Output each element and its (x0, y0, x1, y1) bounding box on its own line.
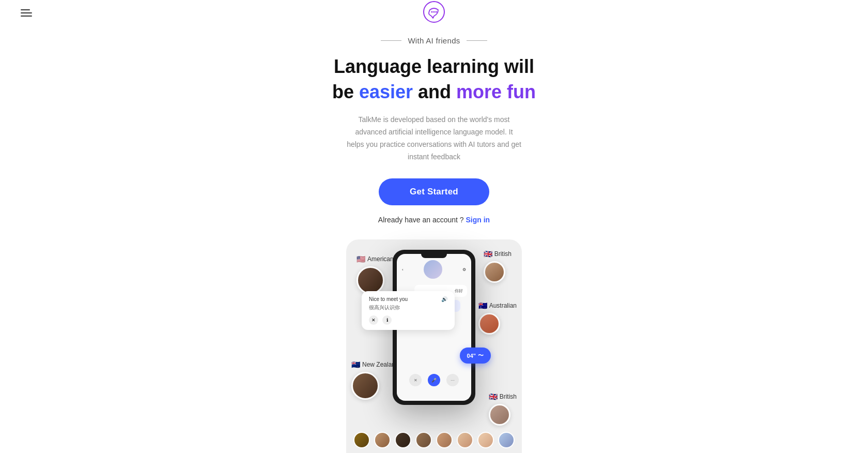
avatar-british-bottom (489, 404, 510, 426)
bottom-avatars-row (353, 432, 515, 448)
ctrl-mic[interactable]: 🎤 (428, 374, 440, 386)
label-american: American (367, 255, 394, 263)
ctrl-cancel[interactable]: ✕ (409, 374, 422, 386)
subtitle-line-right (467, 40, 487, 41)
flag-british-bottom: 🇬🇧 (489, 392, 498, 401)
bottom-avatar-6 (457, 432, 473, 448)
bottom-avatar-3 (395, 432, 411, 448)
badge-newzealand: 🇳🇿 New Zealand (351, 360, 399, 400)
flag-australian: 🇦🇺 (478, 301, 487, 310)
bottom-avatar-4 (415, 432, 432, 448)
phone-notch (421, 254, 447, 258)
label-australian: Australian (489, 302, 517, 309)
audio-icon[interactable]: 🔊 (441, 296, 447, 302)
chat-info-icon[interactable]: ℹ (382, 315, 392, 325)
phone-settings-icon[interactable]: ⚙ (462, 267, 466, 272)
signin-row: Already have an account ? Sign in (378, 216, 490, 224)
flag-newzealand: 🇳🇿 (351, 360, 360, 369)
badge-australian: 🇦🇺 Australian (478, 301, 517, 335)
avatar-british-top (484, 261, 505, 283)
phone-demo-area: 🇺🇸 American 🇬🇧 British 🇦🇺 Australian (346, 239, 522, 453)
phone-screen-avatar (424, 260, 442, 279)
phone-top-bar: ‹ ⚙ (397, 258, 471, 281)
get-started-button[interactable]: Get Started (379, 178, 489, 205)
voice-wave-icon: 〜 (478, 352, 484, 359)
avatar-american (357, 266, 384, 294)
signin-link[interactable]: Sign in (466, 216, 490, 224)
hero-connector: and (413, 81, 456, 102)
phone-bottom-controls: ✕ 🎤 ⋯ (397, 370, 471, 390)
bottom-avatar-8 (498, 432, 515, 448)
avatar-australian (478, 313, 500, 335)
bottom-avatar-5 (436, 432, 453, 448)
badge-british-top: 🇬🇧 British (484, 250, 512, 283)
hero-title-line1: Language learning will (334, 56, 534, 77)
chat-bubble-text: Nice to meet you (369, 296, 408, 302)
bottom-avatar-1 (353, 432, 370, 448)
flag-american: 🇺🇸 (357, 255, 365, 263)
chat-bubble: Nice to meet you 🔊 很高兴认识你 ✕ ℹ (362, 291, 455, 330)
phone-mockup: ‹ ⚙ 你好 很高兴认识你 (393, 250, 475, 405)
hero-title-be: be (332, 81, 359, 102)
bottom-avatar-7 (477, 432, 494, 448)
svg-point-1 (431, 11, 433, 13)
avatar-newzealand (351, 372, 379, 400)
hero-word-easier: easier (359, 81, 413, 102)
bottom-avatar-2 (374, 432, 391, 448)
badge-british-bottom: 🇬🇧 British (489, 392, 517, 426)
header (0, 0, 868, 26)
voice-timer[interactable]: 04" 〜 (460, 348, 491, 364)
subtitle-text: With AI friends (408, 36, 460, 45)
badge-american: 🇺🇸 American (357, 255, 394, 294)
hero-word-morefun: more fun (456, 81, 536, 102)
subtitle-row: With AI friends (381, 36, 487, 45)
hero-description: TalkMe is developed based on the world's… (346, 114, 522, 163)
label-british-top: British (494, 250, 512, 258)
label-british-bottom: British (500, 393, 517, 400)
hero-title: Language learning will be easier and mor… (332, 54, 536, 104)
svg-point-3 (436, 11, 437, 13)
svg-point-2 (433, 11, 435, 13)
signin-prompt: Already have an account ? (378, 216, 464, 224)
page-container: With AI friends Language learning will b… (0, 0, 868, 453)
chat-bubble-cn: 很高兴认识你 (369, 304, 447, 311)
logo[interactable] (423, 1, 445, 25)
phone-back-icon[interactable]: ‹ (402, 267, 404, 272)
ctrl-more[interactable]: ⋯ (446, 374, 459, 386)
hero-section: With AI friends Language learning will b… (322, 26, 546, 239)
flag-british-top: 🇬🇧 (484, 250, 492, 258)
menu-button[interactable] (21, 9, 32, 17)
chat-close-icon[interactable]: ✕ (369, 315, 378, 325)
voice-timer-text: 04" (467, 353, 476, 359)
chat-action-icons: ✕ ℹ (369, 315, 447, 325)
subtitle-line-left (381, 40, 401, 41)
